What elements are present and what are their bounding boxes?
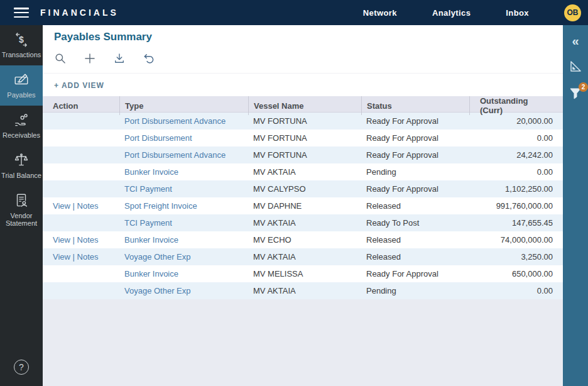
row-action-links [43,282,119,299]
row-outstanding-amount: 991,760,000.00 [469,197,563,214]
row-action-links[interactable]: View | Notes [43,248,119,265]
row-action-links [43,163,119,180]
row-status: Released [361,197,469,214]
sidebar-item-label: Transactions [2,51,41,58]
row-outstanding-amount: 1,102,250.00 [469,180,563,197]
row-action-links[interactable]: View | Notes [43,197,119,214]
download-icon[interactable] [113,52,126,65]
row-type-link[interactable]: TCI Payment [119,180,248,197]
table-header: Action Type Vessel Name Status Outstandi… [43,96,563,113]
sidebar-item-receivables[interactable]: Receivables [0,106,43,146]
table-row[interactable]: View | Notes Voyage Other Exp MV AKTAIA … [43,248,563,265]
row-outstanding-amount: 24,242.00 [469,146,563,163]
row-status: Ready For Approval [361,130,469,146]
row-outstanding-amount: 0.00 [469,163,563,180]
row-type-link[interactable]: Bunker Invoice [119,231,248,248]
receivables-icon [13,112,30,128]
row-vessel-name: MV FORTUNA [248,130,361,146]
row-outstanding-amount: 20,000.00 [469,113,563,130]
table-row[interactable]: Bunker Invoice MV MELISSA Ready For Appr… [43,265,563,282]
table-row[interactable]: Port Disbursement Advance MV FORTUNA Rea… [43,146,563,163]
hamburger-menu-icon[interactable] [14,8,29,18]
row-outstanding-amount: 0.00 [469,130,563,146]
add-icon[interactable] [84,52,96,65]
row-type-link[interactable]: Voyage Other Exp [119,282,248,299]
vendor-statement-icon [13,192,30,209]
row-type-link[interactable]: Bunker Invoice [119,163,248,180]
table-row[interactable]: Voyage Other Exp MV AKTAIA Pending 0.00 [43,282,563,299]
row-status: Ready For Approval [361,146,469,163]
toolbar [54,52,563,65]
main-content: Payables Summary [43,25,563,386]
row-action-links [43,130,119,146]
row-action-links [43,265,119,282]
undo-icon[interactable] [143,52,155,65]
add-view-row: + ADD VIEW [43,73,563,96]
sidebar: $ Transactions Payables [0,25,43,386]
table-row[interactable]: View | Notes Bunker Invoice MV ECHO Rele… [43,231,563,248]
row-action-links[interactable]: View | Notes [43,231,119,248]
user-avatar[interactable]: OB [564,4,581,21]
sidebar-item-vendor-statement[interactable]: Vendor Statement [0,186,43,234]
sidebar-item-label: Vendor Statement [1,212,41,227]
row-status: Pending [361,282,469,299]
table-body: Port Disbursement Advance MV FORTUNA Rea… [43,113,563,299]
table-row[interactable]: Port Disbursement Advance MV FORTUNA Rea… [43,113,563,130]
row-action-links [43,113,119,130]
trial-balance-icon [13,152,30,168]
row-type-link[interactable]: Bunker Invoice [119,265,248,282]
row-type-link[interactable]: Spot Freight Invoice [119,197,248,214]
collapse-panel-icon[interactable]: « [567,33,584,49]
row-outstanding-amount: 0.00 [469,282,563,299]
sidebar-item-label: Receivables [3,131,40,139]
sidebar-item-payables[interactable]: Payables [0,65,43,106]
content-header: Payables Summary [43,25,563,96]
row-status: Released [361,231,469,248]
table-row[interactable]: TCI Payment MV AKTAIA Ready To Post 147,… [43,214,563,231]
row-status: Pending [361,163,469,180]
nav-inbox[interactable]: Inbox [506,8,529,18]
row-vessel-name: MV FORTUNA [248,146,361,163]
add-view-button[interactable]: + ADD VIEW [54,81,104,90]
row-status: Ready For Approval [361,113,469,130]
row-action-links [43,214,119,231]
row-status: Released [361,248,469,265]
row-vessel-name: MV ECHO [248,231,361,248]
row-type-link[interactable]: Port Disbursement Advance [119,113,248,130]
sidebar-item-label: Payables [7,91,35,99]
table-row[interactable]: Bunker Invoice MV AKTAIA Pending 0.00 [43,163,563,180]
row-action-links [43,180,119,197]
nav-analytics[interactable]: Analytics [432,8,471,18]
table-row[interactable]: TCI Payment MV CALYPSO Ready For Approva… [43,180,563,197]
sidebar-item-transactions[interactable]: $ Transactions [0,25,43,65]
svg-text:$: $ [19,35,24,45]
row-vessel-name: MV AKTAIA [248,163,361,180]
row-vessel-name: MV FORTUNA [248,113,361,130]
top-nav: Network Analytics Inbox [363,8,564,18]
right-tool-panel: « 2 [563,25,588,386]
filter-icon[interactable]: 2 [567,85,584,102]
app-brand: FINANCIALS [40,8,119,18]
row-type-link[interactable]: Port Disbursement [119,130,248,146]
sidebar-item-label: Trial Balance [1,172,41,179]
row-type-link[interactable]: TCI Payment [119,214,248,231]
row-status: Ready To Post [361,214,469,231]
table-row[interactable]: View | Notes Spot Freight Invoice MV DAP… [43,197,563,214]
search-icon[interactable] [54,52,67,65]
nav-network[interactable]: Network [363,8,397,18]
filter-badge: 2 [579,82,588,92]
sidebar-help: ? [0,360,43,375]
row-type-link[interactable]: Voyage Other Exp [119,248,248,265]
row-vessel-name: MV AKTAIA [248,282,361,299]
row-vessel-name: MV AKTAIA [248,214,361,231]
triangle-ruler-icon[interactable] [567,59,584,75]
row-status: Ready For Approval [361,180,469,197]
row-type-link[interactable]: Port Disbursement Advance [119,146,248,163]
row-vessel-name: MV AKTAIA [248,248,361,265]
row-outstanding-amount: 3,250.00 [469,248,563,265]
sidebar-item-trial-balance[interactable]: Trial Balance [0,146,43,186]
table-row[interactable]: Port Disbursement MV FORTUNA Ready For A… [43,130,563,146]
help-icon[interactable]: ? [14,360,29,375]
page-title: Payables Summary [54,31,563,43]
row-outstanding-amount: 74,000,000.00 [469,231,563,248]
